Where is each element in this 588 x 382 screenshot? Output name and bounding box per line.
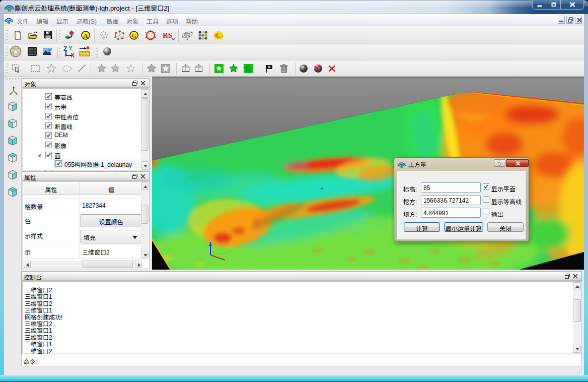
svg-text:RS: RS [163, 31, 172, 39]
svg-text:2: 2 [221, 35, 223, 39]
svg-text:Z: Z [63, 46, 67, 52]
svg-text:Y: Y [68, 46, 72, 52]
svg-text:p: p [172, 36, 175, 40]
svg-text:G: G [132, 32, 136, 39]
svg-text:X: X [70, 52, 75, 57]
svg-text:A: A [84, 32, 88, 39]
svg-text:σ²: σ² [48, 47, 52, 52]
svg-text:C: C [216, 32, 221, 39]
